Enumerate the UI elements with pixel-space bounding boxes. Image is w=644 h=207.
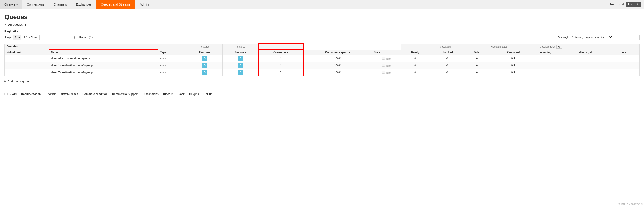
all-queues-header[interactable]: ▼ All queues (3) (4, 23, 640, 26)
footer-http-api[interactable]: HTTP API (4, 92, 17, 96)
cell-persistent: 0 B (489, 69, 538, 76)
help-icon[interactable]: ? (89, 36, 92, 39)
regex-label: Regex (79, 36, 88, 39)
col-state: State (372, 50, 401, 55)
cell-type: classic (158, 62, 187, 69)
add-queue-section[interactable]: ▶ Add a new queue (4, 79, 640, 83)
cell-persistent: 0 B (489, 55, 538, 62)
footer-tutorials[interactable]: Tutorials (45, 92, 56, 96)
cell-deliver-get (575, 69, 620, 76)
cell-feature2: D (222, 69, 258, 76)
footer-commercial-support[interactable]: Commercial support (112, 92, 138, 96)
nav-exchanges[interactable]: Exchanges (72, 0, 96, 9)
footer-commercial-edition[interactable]: Commercial edition (82, 92, 108, 96)
cell-state: idle (372, 55, 401, 62)
queue-name-link[interactable]: demo-destination.demo-group (51, 57, 90, 60)
col-total: Total (465, 50, 489, 55)
displaying-text: Displaying 3 items , page size up to: (558, 36, 604, 39)
cell-deliver-get (575, 62, 620, 69)
nav-connections[interactable]: Connections (22, 0, 49, 9)
queue-name-link[interactable]: demo2-destination.demo2-group (51, 71, 93, 74)
cell-feature1: D (187, 69, 222, 76)
col-vhost: Virtual host (5, 50, 49, 55)
cell-ready: 0 (401, 55, 430, 62)
cell-consumers: 1 (258, 69, 303, 76)
feature-badge-d1: D (202, 63, 207, 68)
col-incoming: incoming (538, 50, 575, 55)
regex-checkbox[interactable] (74, 36, 77, 39)
cell-name[interactable]: demo2-destination.demo2-group (49, 69, 158, 76)
feature-badge-d2: D (238, 56, 243, 61)
col-deliver-get: deliver / get (575, 50, 620, 55)
footer-discussions[interactable]: Discussions (143, 92, 159, 96)
pagination-controls: Page 1 of 1 - Filter: Regex ? Displaying… (4, 35, 640, 40)
table-row: / demo1-destination.demo1-group classic … (5, 62, 640, 69)
cell-deliver-get (575, 55, 620, 62)
footer-plugins[interactable]: Plugins (189, 92, 199, 96)
cell-consumer-capacity: 100% (303, 69, 372, 76)
top-navigation: Overview Connections Channels Exchanges … (0, 0, 644, 9)
feature-badge-d1: D (202, 70, 207, 75)
all-queues-label: All queues (3) (8, 23, 27, 26)
cell-incoming (538, 69, 575, 76)
cell-state: idle (372, 62, 401, 69)
page-text: Page (4, 36, 11, 39)
page-select[interactable]: 1 (12, 35, 21, 40)
cell-name[interactable]: demo1-destination.demo1-group (49, 62, 158, 69)
nav-admin[interactable]: Admin (135, 0, 154, 9)
table-row: / demo-destination.demo-group classic D … (5, 55, 640, 62)
cell-state: idle (372, 69, 401, 76)
group-features1: Features (187, 43, 222, 50)
footer-github[interactable]: GitHub (203, 92, 212, 96)
cell-total: 0 (465, 69, 489, 76)
feature-badge-d2: D (238, 70, 243, 75)
queue-name-link[interactable]: demo1-destination.demo1-group (51, 64, 93, 67)
footer-discord[interactable]: Discord (163, 92, 173, 96)
nav-channels[interactable]: Channels (49, 0, 72, 9)
col-ready: Ready (401, 50, 430, 55)
cell-feature1: D (187, 55, 222, 62)
cell-unacked: 0 (430, 69, 465, 76)
page-size-input[interactable] (606, 35, 640, 40)
queue-table-wrapper: Overview Features Features Messages Mess… (4, 43, 640, 76)
footer-documentation[interactable]: Documentation (21, 92, 41, 96)
col-consumers: Consumers (258, 50, 303, 55)
nav-overview[interactable]: Overview (0, 0, 22, 9)
cell-ack (620, 62, 640, 69)
footer-new-releases[interactable]: New releases (61, 92, 78, 96)
filter-label: - Filter: (29, 36, 38, 39)
table-row: / demo2-destination.demo2-group classic … (5, 69, 640, 76)
nav-queues-streams[interactable]: Queues and Streams (96, 0, 135, 9)
cell-total: 0 (465, 62, 489, 69)
user-label: User (608, 3, 614, 6)
feature-badge-d1: D (202, 56, 207, 61)
cell-persistent: 0 B (489, 62, 538, 69)
cell-name[interactable]: demo-destination.demo-group (49, 55, 158, 62)
feature-badge-d2: D (238, 63, 243, 68)
col-name: Name (49, 50, 158, 55)
state-checkbox[interactable] (382, 71, 385, 74)
group-overview: Overview (5, 43, 187, 50)
group-messages: Messages (401, 43, 489, 50)
filter-input[interactable] (39, 35, 73, 40)
plus-minus-button[interactable]: +/- (556, 45, 562, 49)
column-header-row: Virtual host Name Type Features Features… (5, 50, 640, 55)
cell-consumers: 1 (258, 62, 303, 69)
footer-slack[interactable]: Slack (178, 92, 185, 96)
cell-consumer-capacity: 100% (303, 62, 372, 69)
state-checkbox[interactable] (382, 64, 385, 67)
username: ruoyi (616, 3, 624, 6)
displaying-info: Displaying 3 items , page size up to: (558, 35, 640, 40)
cell-unacked: 0 (430, 55, 465, 62)
state-checkbox[interactable] (382, 57, 385, 60)
cell-vhost: / (5, 69, 49, 76)
cell-feature2: D (222, 55, 258, 62)
add-queue-label: Add a new queue (8, 79, 30, 83)
cell-consumers: 1 (258, 55, 303, 62)
cell-total: 0 (465, 55, 489, 62)
logout-button[interactable]: Log out (626, 1, 641, 7)
cell-feature2: D (222, 62, 258, 69)
cell-unacked: 0 (430, 62, 465, 69)
cell-incoming (538, 55, 575, 62)
col-persistent: Persistent (489, 50, 538, 55)
